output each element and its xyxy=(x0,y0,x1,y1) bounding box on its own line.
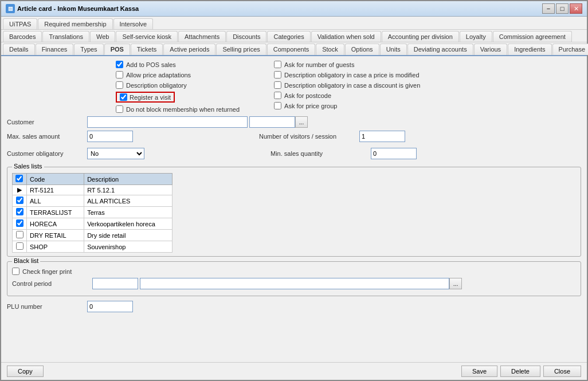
tab-various[interactable]: Various xyxy=(474,44,507,55)
ask-postcode-checkbox[interactable] xyxy=(274,92,281,99)
ask-guests-checkbox[interactable] xyxy=(274,61,281,68)
save-button[interactable]: Save xyxy=(461,366,497,377)
add-to-pos-checkbox[interactable] xyxy=(116,61,123,68)
customer-browse-button[interactable]: ... xyxy=(295,116,308,128)
sales-table-check-all[interactable] xyxy=(15,175,23,182)
sales-code-cell: ALL xyxy=(27,195,84,207)
desc-obligatory-checkbox[interactable] xyxy=(116,81,123,89)
customer-input2[interactable] xyxy=(249,116,295,128)
desc-discount-checkbox[interactable] xyxy=(274,81,281,89)
tab-selling-prices[interactable]: Selling prices xyxy=(216,44,266,55)
copy-button[interactable]: Copy xyxy=(7,366,44,377)
ask-price-group-checkbox[interactable] xyxy=(274,102,281,109)
tab-translations[interactable]: Translations xyxy=(42,31,89,42)
allow-price-checkbox[interactable] xyxy=(116,71,123,78)
main-window: ▤ Article card - Inkom Museumkaart Kassa… xyxy=(0,0,588,381)
row-indicator: ▶ xyxy=(17,186,22,193)
tab-validation[interactable]: Validation when sold xyxy=(311,31,381,42)
desc-modified-checkbox[interactable] xyxy=(274,71,281,78)
min-sales-label: Min. sales quantity xyxy=(271,150,371,157)
sales-desc-cell: Verkoopartikelen horeca xyxy=(84,218,173,230)
num-visitors-row: Number of visitors / session xyxy=(259,131,405,142)
max-sales-input[interactable] xyxy=(87,131,133,142)
desc-modified-label: Description obligatory in case a price i… xyxy=(284,72,419,78)
tab-purchase[interactable]: Purchase xyxy=(552,44,588,55)
sales-desc-cell: ALL ARTICLES xyxy=(84,195,173,207)
tab-categories[interactable]: Categories xyxy=(267,31,310,42)
table-row[interactable]: ALL ALL ARTICLES xyxy=(13,195,173,207)
do-not-block-checkbox[interactable] xyxy=(116,105,123,113)
sales-row-check[interactable] xyxy=(16,197,23,204)
tab-options[interactable]: Options xyxy=(345,44,379,55)
close-window-button[interactable]: ✕ xyxy=(570,3,582,14)
black-list-group: Black list Check finger print Control pe… xyxy=(7,261,581,296)
sales-row-check[interactable] xyxy=(16,219,23,227)
tab-active-periods[interactable]: Active periods xyxy=(163,44,215,55)
tab-pos[interactable]: POS xyxy=(104,44,130,55)
tab-web[interactable]: Web xyxy=(90,31,115,42)
register-visit-highlight: Register a visit xyxy=(116,92,175,103)
sales-row-check[interactable] xyxy=(16,208,23,215)
tab-types[interactable]: Types xyxy=(74,44,103,55)
tab-loyalty[interactable]: Loyalty xyxy=(460,31,492,42)
checkbox-row-ask-postcode: Ask for postcode xyxy=(274,92,420,99)
control-period-browse-button[interactable]: ... xyxy=(449,278,462,289)
tab-row-2: Barcodes Translations Web Self-service k… xyxy=(1,30,587,42)
customer-obligatory-select[interactable]: No Yes xyxy=(87,148,144,159)
sales-table-desc-header: Description xyxy=(84,174,173,185)
sales-table-code-header: Code xyxy=(27,174,84,185)
sales-desc-cell: Terras xyxy=(84,207,173,218)
tab-self-service[interactable]: Self-service kiosk xyxy=(116,31,178,42)
control-period-input1[interactable] xyxy=(92,278,138,289)
max-sales-label: Max. sales amount xyxy=(7,133,87,140)
sales-row-check[interactable] xyxy=(16,242,23,250)
checkbox-row-ask-price-group: Ask for price group xyxy=(274,102,420,109)
tab-components[interactable]: Components xyxy=(267,44,315,55)
register-visit-label: Register a visit xyxy=(130,94,171,101)
tab-tickets[interactable]: Tickets xyxy=(131,44,163,55)
tab-commission[interactable]: Commission agreement xyxy=(493,31,572,42)
tab-accounting[interactable]: Accounting per division xyxy=(382,31,459,42)
customer-input1[interactable] xyxy=(87,116,248,128)
tab-row-3: Details Finances Types POS Tickets Activ… xyxy=(1,42,587,56)
tab-uitpas[interactable]: UiTPAS xyxy=(3,18,37,29)
plu-label: PLU number xyxy=(7,303,87,310)
tab-attachments[interactable]: Attachments xyxy=(178,31,226,42)
sales-code-cell: DRY RETAIL xyxy=(27,230,84,241)
sales-code-cell: RT-5121 xyxy=(27,185,84,195)
check-finger-print-checkbox[interactable] xyxy=(12,268,19,275)
left-checkboxes: Add to POS sales Allow price adaptations… xyxy=(116,61,240,113)
tab-ingredients[interactable]: Ingredients xyxy=(508,44,551,55)
tab-intersolve[interactable]: Intersolve xyxy=(113,18,154,29)
tab-required-membership[interactable]: Required membership xyxy=(38,18,112,29)
close-button[interactable]: Close xyxy=(543,366,581,377)
checkbox-row-add-to-pos: Add to POS sales xyxy=(116,61,240,68)
table-row[interactable]: DRY RETAIL Dry side retail xyxy=(13,230,173,241)
tab-deviating-accounts[interactable]: Deviating accounts xyxy=(407,44,473,55)
tab-stock[interactable]: Stock xyxy=(316,44,344,55)
tab-barcodes[interactable]: Barcodes xyxy=(3,31,42,42)
tab-discounts[interactable]: Discounts xyxy=(226,31,266,42)
tab-details[interactable]: Details xyxy=(3,44,35,55)
register-visit-checkbox[interactable] xyxy=(120,93,127,101)
minimize-button[interactable]: − xyxy=(542,3,555,14)
customer-obligatory-row: Customer obligatory No Yes xyxy=(7,148,144,159)
maximize-button[interactable]: □ xyxy=(556,3,569,14)
tab-units[interactable]: Units xyxy=(380,44,407,55)
sales-row-check[interactable] xyxy=(16,231,23,238)
table-row[interactable]: TERRASLIJST Terras xyxy=(13,207,173,218)
control-period-input2[interactable] xyxy=(140,278,449,289)
num-visitors-input[interactable] xyxy=(359,131,405,142)
tab-finances[interactable]: Finances xyxy=(36,44,74,55)
plu-input[interactable] xyxy=(87,301,133,312)
table-row[interactable]: SHOP Souvenirshop xyxy=(13,241,173,253)
min-sales-input[interactable] xyxy=(371,148,417,159)
num-visitors-label: Number of visitors / session xyxy=(259,133,359,140)
table-row[interactable]: HORECA Verkoopartikelen horeca xyxy=(13,218,173,230)
sales-desc-cell: Dry side retail xyxy=(84,230,173,241)
checkbox-row-ask-guests: Ask for number of guests xyxy=(274,61,420,68)
sales-code-cell: HORECA xyxy=(27,218,84,230)
table-row[interactable]: ▶ RT-5121 RT 5.12.1 xyxy=(13,185,173,195)
checkbox-row-register-visit: Register a visit xyxy=(116,92,240,103)
delete-button[interactable]: Delete xyxy=(500,366,540,377)
